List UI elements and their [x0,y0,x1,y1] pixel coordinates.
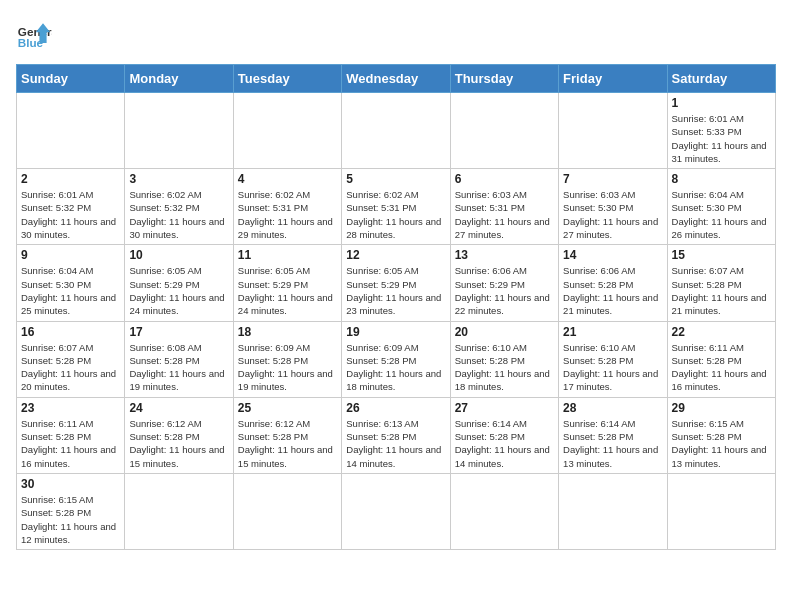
day-info: Sunrise: 6:07 AM Sunset: 5:28 PM Dayligh… [21,341,120,394]
calendar-cell: 20Sunrise: 6:10 AM Sunset: 5:28 PM Dayli… [450,321,558,397]
calendar-cell: 3Sunrise: 6:02 AM Sunset: 5:32 PM Daylig… [125,169,233,245]
calendar-cell: 6Sunrise: 6:03 AM Sunset: 5:31 PM Daylig… [450,169,558,245]
day-number: 14 [563,248,662,262]
day-info: Sunrise: 6:05 AM Sunset: 5:29 PM Dayligh… [129,264,228,317]
day-info: Sunrise: 6:06 AM Sunset: 5:28 PM Dayligh… [563,264,662,317]
day-number: 8 [672,172,771,186]
calendar-cell: 8Sunrise: 6:04 AM Sunset: 5:30 PM Daylig… [667,169,775,245]
calendar-week-row: 1Sunrise: 6:01 AM Sunset: 5:33 PM Daylig… [17,93,776,169]
day-info: Sunrise: 6:02 AM Sunset: 5:31 PM Dayligh… [238,188,337,241]
page-header: General Blue [16,16,776,52]
calendar-cell: 12Sunrise: 6:05 AM Sunset: 5:29 PM Dayli… [342,245,450,321]
day-number: 16 [21,325,120,339]
calendar-cell: 22Sunrise: 6:11 AM Sunset: 5:28 PM Dayli… [667,321,775,397]
day-number: 29 [672,401,771,415]
day-info: Sunrise: 6:13 AM Sunset: 5:28 PM Dayligh… [346,417,445,470]
day-info: Sunrise: 6:10 AM Sunset: 5:28 PM Dayligh… [455,341,554,394]
calendar-cell: 30Sunrise: 6:15 AM Sunset: 5:28 PM Dayli… [17,473,125,549]
day-info: Sunrise: 6:05 AM Sunset: 5:29 PM Dayligh… [238,264,337,317]
weekday-header: Wednesday [342,65,450,93]
day-number: 3 [129,172,228,186]
day-number: 11 [238,248,337,262]
calendar-week-row: 30Sunrise: 6:15 AM Sunset: 5:28 PM Dayli… [17,473,776,549]
calendar-cell [450,473,558,549]
calendar-cell: 23Sunrise: 6:11 AM Sunset: 5:28 PM Dayli… [17,397,125,473]
calendar-cell [559,93,667,169]
calendar-cell [125,93,233,169]
calendar-cell: 2Sunrise: 6:01 AM Sunset: 5:32 PM Daylig… [17,169,125,245]
day-number: 1 [672,96,771,110]
day-number: 30 [21,477,120,491]
calendar-cell [342,473,450,549]
day-number: 28 [563,401,662,415]
calendar-cell: 4Sunrise: 6:02 AM Sunset: 5:31 PM Daylig… [233,169,341,245]
calendar-cell: 11Sunrise: 6:05 AM Sunset: 5:29 PM Dayli… [233,245,341,321]
day-number: 23 [21,401,120,415]
day-info: Sunrise: 6:12 AM Sunset: 5:28 PM Dayligh… [129,417,228,470]
calendar-cell [450,93,558,169]
calendar-cell [233,93,341,169]
logo: General Blue [16,16,52,52]
calendar-cell: 21Sunrise: 6:10 AM Sunset: 5:28 PM Dayli… [559,321,667,397]
weekday-header: Sunday [17,65,125,93]
weekday-header: Thursday [450,65,558,93]
day-info: Sunrise: 6:04 AM Sunset: 5:30 PM Dayligh… [672,188,771,241]
day-info: Sunrise: 6:01 AM Sunset: 5:33 PM Dayligh… [672,112,771,165]
day-info: Sunrise: 6:03 AM Sunset: 5:31 PM Dayligh… [455,188,554,241]
calendar-week-row: 9Sunrise: 6:04 AM Sunset: 5:30 PM Daylig… [17,245,776,321]
day-info: Sunrise: 6:02 AM Sunset: 5:31 PM Dayligh… [346,188,445,241]
calendar-week-row: 16Sunrise: 6:07 AM Sunset: 5:28 PM Dayli… [17,321,776,397]
calendar-cell: 19Sunrise: 6:09 AM Sunset: 5:28 PM Dayli… [342,321,450,397]
day-number: 6 [455,172,554,186]
day-info: Sunrise: 6:11 AM Sunset: 5:28 PM Dayligh… [21,417,120,470]
calendar-cell: 27Sunrise: 6:14 AM Sunset: 5:28 PM Dayli… [450,397,558,473]
day-number: 20 [455,325,554,339]
day-number: 18 [238,325,337,339]
calendar-cell: 25Sunrise: 6:12 AM Sunset: 5:28 PM Dayli… [233,397,341,473]
weekday-header: Saturday [667,65,775,93]
weekday-header: Friday [559,65,667,93]
logo-icon: General Blue [16,16,52,52]
calendar-cell: 13Sunrise: 6:06 AM Sunset: 5:29 PM Dayli… [450,245,558,321]
day-number: 15 [672,248,771,262]
day-info: Sunrise: 6:14 AM Sunset: 5:28 PM Dayligh… [455,417,554,470]
calendar-cell: 16Sunrise: 6:07 AM Sunset: 5:28 PM Dayli… [17,321,125,397]
calendar-table: SundayMondayTuesdayWednesdayThursdayFrid… [16,64,776,550]
calendar-cell [233,473,341,549]
day-number: 4 [238,172,337,186]
day-info: Sunrise: 6:09 AM Sunset: 5:28 PM Dayligh… [238,341,337,394]
day-info: Sunrise: 6:07 AM Sunset: 5:28 PM Dayligh… [672,264,771,317]
day-info: Sunrise: 6:12 AM Sunset: 5:28 PM Dayligh… [238,417,337,470]
calendar-cell [342,93,450,169]
calendar-cell: 15Sunrise: 6:07 AM Sunset: 5:28 PM Dayli… [667,245,775,321]
calendar-cell: 10Sunrise: 6:05 AM Sunset: 5:29 PM Dayli… [125,245,233,321]
day-info: Sunrise: 6:09 AM Sunset: 5:28 PM Dayligh… [346,341,445,394]
day-number: 12 [346,248,445,262]
day-number: 13 [455,248,554,262]
day-info: Sunrise: 6:15 AM Sunset: 5:28 PM Dayligh… [21,493,120,546]
calendar-cell: 18Sunrise: 6:09 AM Sunset: 5:28 PM Dayli… [233,321,341,397]
day-info: Sunrise: 6:01 AM Sunset: 5:32 PM Dayligh… [21,188,120,241]
day-info: Sunrise: 6:05 AM Sunset: 5:29 PM Dayligh… [346,264,445,317]
calendar-cell: 17Sunrise: 6:08 AM Sunset: 5:28 PM Dayli… [125,321,233,397]
calendar-cell [125,473,233,549]
day-number: 19 [346,325,445,339]
calendar-cell [667,473,775,549]
day-number: 17 [129,325,228,339]
day-number: 25 [238,401,337,415]
day-number: 5 [346,172,445,186]
calendar-cell [17,93,125,169]
calendar-cell: 9Sunrise: 6:04 AM Sunset: 5:30 PM Daylig… [17,245,125,321]
day-info: Sunrise: 6:15 AM Sunset: 5:28 PM Dayligh… [672,417,771,470]
day-info: Sunrise: 6:10 AM Sunset: 5:28 PM Dayligh… [563,341,662,394]
calendar-cell: 14Sunrise: 6:06 AM Sunset: 5:28 PM Dayli… [559,245,667,321]
day-number: 7 [563,172,662,186]
calendar-cell: 29Sunrise: 6:15 AM Sunset: 5:28 PM Dayli… [667,397,775,473]
calendar-week-row: 2Sunrise: 6:01 AM Sunset: 5:32 PM Daylig… [17,169,776,245]
day-info: Sunrise: 6:08 AM Sunset: 5:28 PM Dayligh… [129,341,228,394]
day-number: 9 [21,248,120,262]
day-info: Sunrise: 6:11 AM Sunset: 5:28 PM Dayligh… [672,341,771,394]
day-number: 24 [129,401,228,415]
day-number: 26 [346,401,445,415]
day-number: 21 [563,325,662,339]
